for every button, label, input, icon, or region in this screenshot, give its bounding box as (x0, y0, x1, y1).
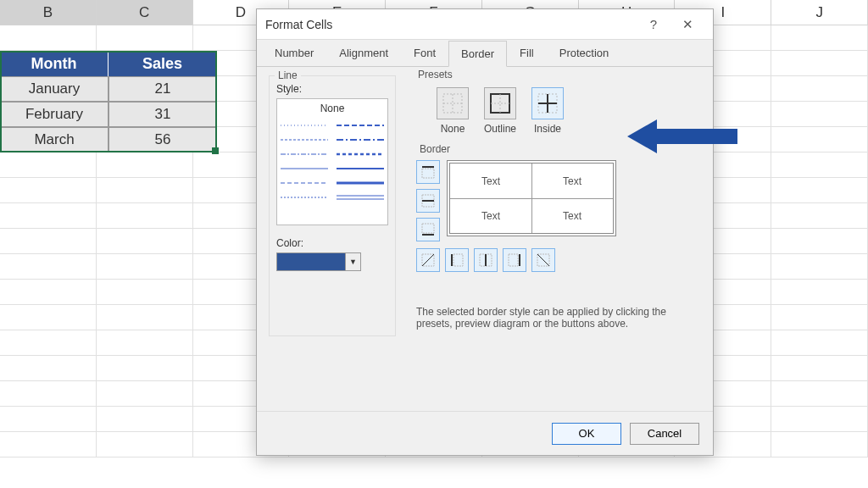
border-middle-v-button[interactable] (474, 248, 498, 272)
svg-rect-31 (453, 254, 463, 266)
border-mid-h-icon (420, 193, 436, 208)
ok-button[interactable]: OK (552, 423, 621, 445)
border-group-label: Border (416, 143, 453, 155)
table-cell[interactable]: March (0, 127, 108, 152)
tab-alignment[interactable]: Alignment (326, 40, 401, 66)
line-style-option[interactable] (281, 177, 328, 189)
chevron-down-icon[interactable]: ▼ (345, 253, 360, 270)
line-style-option[interactable] (281, 134, 328, 146)
preset-outline-button[interactable] (484, 87, 516, 119)
color-label: Color: (276, 237, 388, 249)
dialog-footer: OK Cancel (257, 411, 713, 455)
svg-line-29 (422, 254, 434, 266)
preset-inside-button[interactable] (531, 87, 564, 119)
table-cell[interactable]: January (0, 76, 108, 102)
dialog-body: Line Style: None (257, 67, 713, 411)
line-group: Line Style: None (269, 75, 396, 336)
help-button[interactable]: ? (637, 17, 670, 31)
border-top-button[interactable] (416, 160, 440, 184)
border-none-icon (442, 93, 463, 114)
svg-rect-16 (491, 94, 509, 113)
border-right-icon (507, 252, 522, 268)
preset-inside-label: Inside (534, 123, 561, 135)
line-style-option[interactable] (281, 163, 328, 175)
format-cells-dialog: Format Cells ? ✕ Number Alignment Font B… (256, 8, 714, 456)
col-header-J[interactable]: J (771, 0, 868, 25)
tab-font[interactable]: Font (401, 40, 448, 66)
col-header-C[interactable]: C (97, 0, 193, 25)
table-cell[interactable]: February (0, 102, 108, 127)
line-style-option[interactable] (337, 163, 384, 175)
border-right-button[interactable] (503, 248, 526, 272)
line-style-option[interactable] (337, 119, 384, 131)
border-diag-up-button[interactable] (416, 248, 440, 272)
border-inside-icon (537, 93, 558, 114)
svg-rect-23 (422, 169, 434, 178)
preset-none-label: None (441, 123, 465, 135)
preset-outline-label: Outline (484, 123, 516, 135)
tab-fill[interactable]: Fill (507, 40, 547, 66)
border-left-button[interactable] (445, 248, 469, 272)
border-bottom-icon (420, 222, 436, 237)
presets-label: Presets (415, 69, 456, 80)
cancel-button[interactable]: Cancel (630, 423, 699, 445)
border-top-icon (420, 164, 436, 180)
svg-line-37 (537, 254, 549, 266)
svg-rect-34 (509, 254, 518, 266)
preset-none-button[interactable] (437, 87, 469, 119)
data-table: Month Sales January 21 February 31 March… (0, 51, 217, 152)
diag-up-icon (420, 252, 436, 268)
tab-protection[interactable]: Protection (547, 40, 622, 66)
line-style-option[interactable] (281, 191, 328, 203)
border-middle-h-button[interactable] (416, 189, 440, 213)
line-style-option[interactable] (337, 134, 384, 146)
presets-and-border: Presets None Outline (409, 75, 701, 336)
table-cell[interactable]: 56 (108, 127, 217, 152)
border-mid-v-icon (478, 252, 493, 268)
line-style-option[interactable] (281, 119, 328, 131)
table-header-sales[interactable]: Sales (108, 51, 217, 76)
dialog-titlebar[interactable]: Format Cells ? ✕ (257, 9, 713, 40)
border-diag-down-button[interactable] (531, 248, 555, 272)
svg-rect-13 (443, 94, 462, 113)
line-style-option[interactable] (337, 148, 384, 160)
style-label: Style: (276, 83, 388, 95)
table-cell[interactable]: 31 (108, 102, 217, 127)
preview-cell: Text (450, 198, 531, 233)
line-group-label: Line (275, 69, 301, 81)
preview-cell: Text (450, 164, 531, 198)
tab-number[interactable]: Number (262, 40, 326, 66)
preview-cell: Text (531, 164, 613, 198)
line-style-list[interactable]: None (276, 98, 388, 225)
close-button[interactable]: ✕ (670, 17, 704, 32)
color-picker[interactable]: ▼ (276, 252, 361, 271)
diag-down-icon (536, 252, 551, 268)
hint-text: The selected border style can be applied… (416, 306, 694, 330)
line-style-option[interactable] (281, 148, 328, 160)
dialog-title: Format Cells (265, 18, 637, 31)
border-outline-icon (490, 93, 510, 114)
line-style-option[interactable] (337, 191, 384, 203)
svg-rect-26 (422, 224, 434, 233)
color-preview (277, 253, 345, 270)
table-cell[interactable]: 21 (108, 76, 217, 102)
line-style-none[interactable]: None (281, 103, 384, 114)
col-header-B[interactable]: B (0, 0, 97, 25)
dialog-tabs: Number Alignment Font Border Fill Protec… (257, 40, 713, 67)
border-preview[interactable]: Text Text Text Text (447, 160, 616, 236)
tab-border[interactable]: Border (448, 41, 507, 67)
border-left-icon (449, 252, 465, 268)
border-bottom-button[interactable] (416, 218, 440, 241)
line-style-option[interactable] (337, 177, 384, 189)
preview-cell: Text (531, 198, 613, 233)
table-header-month[interactable]: Month (0, 51, 108, 76)
